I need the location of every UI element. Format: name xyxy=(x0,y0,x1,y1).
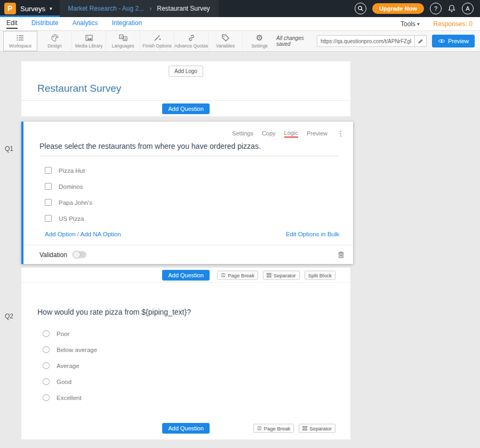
toolbar-item-settings[interactable]: ⚙ Settings xyxy=(242,31,276,51)
toolbar-item-media-library[interactable]: Media Library xyxy=(71,31,106,51)
radio-button[interactable] xyxy=(43,394,50,401)
toolbar-item-design[interactable]: Design xyxy=(37,31,71,51)
surveys-product-menu[interactable]: P Surveys ▾ xyxy=(0,0,60,17)
option-row[interactable]: Average xyxy=(43,362,350,369)
questionpro-logo: P xyxy=(4,3,16,14)
option-row[interactable]: Poor xyxy=(43,330,350,337)
radio-button[interactable] xyxy=(43,378,50,385)
add-na-option-link[interactable]: Add NA Option xyxy=(81,231,121,237)
radio-button[interactable] xyxy=(43,330,50,337)
page-break-icon xyxy=(221,273,226,277)
option-row[interactable]: Below average xyxy=(43,346,350,353)
tab-integration[interactable]: Integration xyxy=(111,19,142,29)
sub-nav: Edit Distribute Analytics Integration To… xyxy=(0,17,480,31)
question-menu: Settings Copy Logic Preview ⋮ xyxy=(23,122,353,138)
tab-edit[interactable]: Edit xyxy=(6,19,18,29)
radio-button[interactable] xyxy=(43,346,50,353)
notifications-button[interactable] xyxy=(447,4,456,13)
question-number-q1: Q1 xyxy=(5,145,13,153)
image-icon xyxy=(85,34,93,42)
eye-icon xyxy=(438,38,445,44)
validation-toggle[interactable] xyxy=(73,251,86,258)
option-row[interactable]: Pizza Hut xyxy=(45,167,353,174)
tab-analytics[interactable]: Analytics xyxy=(72,19,98,29)
kebab-menu-icon[interactable]: ⋮ xyxy=(337,129,345,138)
option-row[interactable]: Excellent xyxy=(43,394,350,401)
page-break-button[interactable]: Page Break xyxy=(217,270,258,279)
add-question-strip-mid: Add Question Page Break Separator xyxy=(21,268,350,282)
edit-options-in-bulk-link[interactable]: Edit Options in Bulk xyxy=(286,231,339,237)
question-settings-link[interactable]: Settings xyxy=(232,130,253,137)
q2-options: Poor Below average Average Good Excellen… xyxy=(43,330,350,401)
separator-button[interactable]: Separator xyxy=(263,270,300,279)
nav-tabs: Edit Distribute Analytics Integration xyxy=(6,19,142,29)
option-row[interactable]: Good xyxy=(43,378,350,385)
breadcrumb-parent[interactable]: Market Research - Aug 2... xyxy=(68,5,145,12)
q1-option-links: Add Option / Add NA Option Edit Options … xyxy=(45,231,339,237)
separator-icon xyxy=(302,426,307,430)
checkbox[interactable] xyxy=(45,167,52,174)
q1-footer: Validation xyxy=(23,245,353,264)
question-logic-link[interactable]: Logic xyxy=(284,130,298,138)
add-question-button[interactable]: Add Question xyxy=(162,103,210,114)
toolbar-item-advance-quotas[interactable]: Advance Quotas xyxy=(174,31,208,51)
wand-icon xyxy=(153,34,162,42)
question-card-q2[interactable]: How would you rate pizza from ${piping_t… xyxy=(21,282,350,439)
insert-buttons: Page Break Separator Split Block xyxy=(217,270,335,279)
preview-button[interactable]: Preview xyxy=(432,35,475,47)
page-break-button[interactable]: Page Break xyxy=(253,423,294,433)
help-button[interactable]: ? xyxy=(430,3,442,14)
question-copy-link[interactable]: Copy xyxy=(262,130,276,137)
separator-button[interactable]: Separator xyxy=(299,423,335,433)
option-row[interactable]: Dominos xyxy=(45,183,353,190)
delete-question-button[interactable] xyxy=(338,251,345,259)
add-question-strip-bottom: Add Question Page Break xyxy=(21,421,350,435)
question-text-q1[interactable]: Please select the restaurants from where… xyxy=(39,142,339,156)
survey-editor-canvas: Q1 Q2 Add Logo Restaurant Survey Add Que… xyxy=(0,52,480,448)
toolbar-item-workspace[interactable]: Workspace xyxy=(3,31,37,51)
add-question-button[interactable]: Add Question xyxy=(162,423,210,434)
validation-label: Validation xyxy=(39,251,67,259)
toolbar-item-languages[interactable]: x A Languages xyxy=(106,31,140,51)
survey-header-card: Add Logo Restaurant Survey xyxy=(21,61,350,100)
toolbar-item-variables[interactable]: Variables xyxy=(208,31,242,51)
question-number-q2: Q2 xyxy=(5,313,13,320)
option-row[interactable]: US Pizza xyxy=(45,215,353,222)
add-question-button[interactable]: Add Question xyxy=(162,270,210,281)
survey-title[interactable]: Restaurant Survey xyxy=(37,83,350,94)
radio-button[interactable] xyxy=(43,362,50,369)
breadcrumb: Market Research - Aug 2... › Restaurant … xyxy=(60,0,219,17)
survey-column: Add Logo Restaurant Survey Add Question … xyxy=(21,61,350,439)
slash-separator: / xyxy=(77,231,79,237)
question-card-q1[interactable]: Settings Copy Logic Preview ⋮ Please sel… xyxy=(21,122,353,264)
insert-buttons: Page Break Separator xyxy=(253,423,335,433)
search-icon xyxy=(357,5,364,12)
link-icon xyxy=(187,34,196,42)
checkbox[interactable] xyxy=(45,183,52,190)
add-option-link[interactable]: Add Option xyxy=(45,231,76,237)
avatar[interactable]: A xyxy=(462,3,474,14)
edit-url-button[interactable] xyxy=(414,36,426,46)
editor-toolbar: Workspace Design Media Library xyxy=(0,31,480,52)
responses-count: Responses: 0 xyxy=(434,20,473,28)
upgrade-now-button[interactable]: Upgrade Now xyxy=(372,3,424,14)
toolbar-item-finish-options[interactable]: Finish Options xyxy=(140,31,174,51)
question-preview-link[interactable]: Preview xyxy=(307,130,327,137)
option-row[interactable]: Papa John's xyxy=(45,199,353,206)
tab-distribute[interactable]: Distribute xyxy=(31,19,59,29)
breadcrumb-separator-icon: › xyxy=(149,5,151,12)
tools-label: Tools xyxy=(401,20,415,28)
q1-options: Pizza Hut Dominos Papa John's US Pizza xyxy=(45,167,353,222)
top-bar: P Surveys ▾ Market Research - Aug 2... ›… xyxy=(0,0,480,17)
workspace-icon xyxy=(16,34,25,42)
add-logo-button[interactable]: Add Logo xyxy=(169,66,203,77)
survey-url-input[interactable] xyxy=(317,36,414,46)
chevron-down-icon: ▾ xyxy=(50,6,52,11)
search-button[interactable] xyxy=(355,3,366,14)
tools-menu[interactable]: Tools ▾ xyxy=(401,20,420,28)
svg-text:A: A xyxy=(124,37,126,41)
checkbox[interactable] xyxy=(45,199,52,206)
checkbox[interactable] xyxy=(45,215,52,222)
question-text-q2[interactable]: How would you rate pizza from ${piping_t… xyxy=(21,283,350,316)
split-block-button[interactable]: Split Block xyxy=(305,270,335,279)
